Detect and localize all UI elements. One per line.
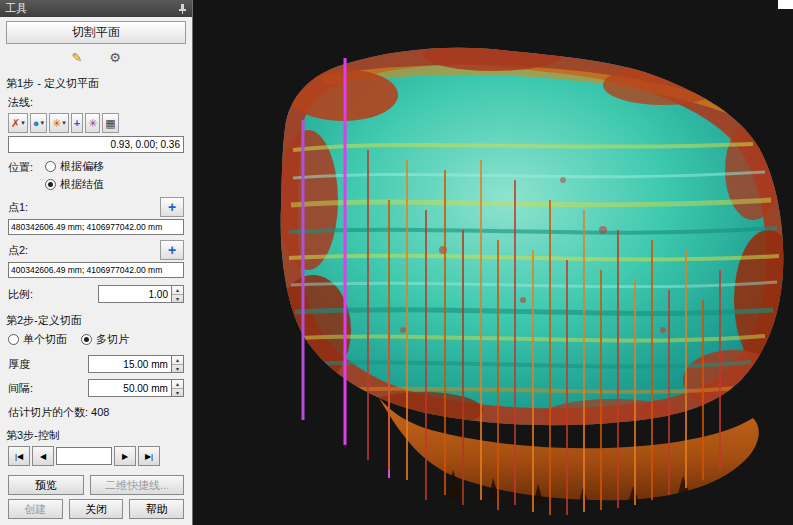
spin-down-icon[interactable]: ▾ bbox=[172, 295, 183, 303]
thickness-label: 厚度 bbox=[8, 357, 30, 372]
radio-by-points-label: 根据结值 bbox=[60, 177, 104, 192]
spin-down-icon[interactable]: ▾ bbox=[172, 389, 183, 397]
radio-dot bbox=[8, 334, 19, 345]
radio-single-section[interactable]: 单个切面 bbox=[8, 332, 67, 347]
sphere-icon: ● bbox=[33, 117, 40, 129]
point2-value-input[interactable] bbox=[8, 262, 184, 278]
step1-label: 第1步 - 定义切平面 bbox=[6, 76, 186, 91]
thickness-spinner[interactable]: ▴ ▾ bbox=[172, 355, 184, 373]
position-label: 位置: bbox=[8, 160, 33, 175]
scale-label: 比例: bbox=[8, 287, 33, 302]
scale-input[interactable] bbox=[98, 285, 172, 303]
dropdown-caret-icon: ▾ bbox=[62, 119, 66, 127]
normal-value-input[interactable] bbox=[8, 136, 184, 153]
section-title: 切割平面 bbox=[72, 25, 120, 39]
application-window: 工具 切割平面 ✎ ⚙ 第1步 - 定义切平面 法线: ✗ ▾ ● ▾ ✳ bbox=[0, 0, 793, 525]
radio-dot bbox=[45, 161, 56, 172]
normal-deselect-button[interactable]: ✗ ▾ bbox=[8, 113, 28, 133]
step2-label: 第2步-定义切面 bbox=[6, 313, 186, 328]
radio-by-offset[interactable]: 根据偏移 bbox=[45, 159, 104, 174]
shortcut-2d-button[interactable]: 二维快捷线... bbox=[90, 475, 184, 495]
plus-blue-icon: + bbox=[74, 117, 80, 129]
normal-axes-purple-button[interactable]: ✳ bbox=[85, 113, 100, 133]
interval-input[interactable] bbox=[88, 379, 172, 397]
spin-up-icon[interactable]: ▴ bbox=[172, 286, 183, 295]
prev-slice-button[interactable]: ◀ bbox=[32, 446, 54, 466]
radio-multi-slice[interactable]: 多切片 bbox=[81, 332, 129, 347]
radio-multi-slice-label: 多切片 bbox=[96, 332, 129, 347]
edit-tool-button[interactable]: ✎ bbox=[64, 48, 90, 68]
slice-position-input[interactable] bbox=[56, 447, 112, 465]
section-header-cutting-plane: 切割平面 bbox=[6, 21, 186, 44]
normal-sphere-button[interactable]: ● ▾ bbox=[30, 113, 47, 133]
normal-toolbar: ✗ ▾ ● ▾ ✳ ▾ + ✳ ▦ bbox=[0, 113, 192, 133]
pick-point1-button[interactable]: + bbox=[160, 197, 184, 217]
axes-purple-icon: ✳ bbox=[88, 117, 97, 130]
panel-titlebar[interactable]: 工具 bbox=[0, 0, 192, 17]
grid-icon: ▦ bbox=[105, 117, 115, 130]
point2-label: 点2: bbox=[8, 243, 28, 258]
pin-icon[interactable] bbox=[178, 3, 187, 15]
radio-by-points[interactable]: 根据结值 bbox=[45, 177, 104, 192]
first-slice-button[interactable]: |◀ bbox=[8, 446, 30, 466]
spin-up-icon[interactable]: ▴ bbox=[172, 356, 183, 365]
point1-value-input[interactable] bbox=[8, 219, 184, 235]
radio-single-section-label: 单个切面 bbox=[23, 332, 67, 347]
slice-count-label: 估计切片的个数: 408 bbox=[8, 405, 184, 420]
step3-label: 第3步-控制 bbox=[6, 428, 186, 443]
next-slice-button[interactable]: ▶ bbox=[114, 446, 136, 466]
dropdown-caret-icon: ▾ bbox=[40, 119, 44, 127]
viewport[interactable] bbox=[193, 0, 793, 525]
normal-plus-button[interactable]: + bbox=[71, 113, 83, 133]
normal-grid-button[interactable]: ▦ bbox=[102, 113, 118, 133]
spin-up-icon[interactable]: ▴ bbox=[172, 380, 183, 389]
radio-dot bbox=[45, 179, 56, 190]
pick-point2-button[interactable]: + bbox=[160, 240, 184, 260]
radio-dot bbox=[81, 334, 92, 345]
interval-spinner[interactable]: ▴ ▾ bbox=[172, 379, 184, 397]
point1-label: 点1: bbox=[8, 200, 28, 215]
point-cloud-render bbox=[193, 0, 793, 525]
normal-axes-orange-button[interactable]: ✳ ▾ bbox=[49, 113, 69, 133]
help-button[interactable]: 帮助 bbox=[129, 499, 184, 519]
tools-panel: 工具 切割平面 ✎ ⚙ 第1步 - 定义切平面 法线: ✗ ▾ ● ▾ ✳ bbox=[0, 0, 193, 525]
last-slice-button[interactable]: ▶| bbox=[138, 446, 160, 466]
spin-down-icon[interactable]: ▾ bbox=[172, 365, 183, 373]
radio-by-offset-label: 根据偏移 bbox=[60, 159, 104, 174]
preview-button[interactable]: 预览 bbox=[8, 475, 84, 495]
deselect-icon: ✗ bbox=[11, 117, 20, 130]
normal-label: 法线: bbox=[8, 95, 184, 110]
interval-label: 间隔: bbox=[8, 381, 33, 396]
dropdown-caret-icon: ▾ bbox=[21, 119, 25, 127]
panel-toolbar: ✎ ⚙ bbox=[0, 46, 192, 71]
create-button[interactable]: 创建 bbox=[8, 499, 63, 519]
panel-title: 工具 bbox=[5, 1, 27, 16]
settings-tool-button[interactable]: ⚙ bbox=[102, 48, 128, 68]
slice-navigation: |◀ ◀ ▶ ▶| bbox=[0, 446, 192, 466]
axes-orange-icon: ✳ bbox=[52, 117, 61, 130]
thickness-input[interactable] bbox=[88, 355, 172, 373]
close-button[interactable]: 关闭 bbox=[69, 499, 124, 519]
window-corner-artifact bbox=[778, 0, 793, 9]
scale-spinner[interactable]: ▴ ▾ bbox=[172, 285, 184, 303]
